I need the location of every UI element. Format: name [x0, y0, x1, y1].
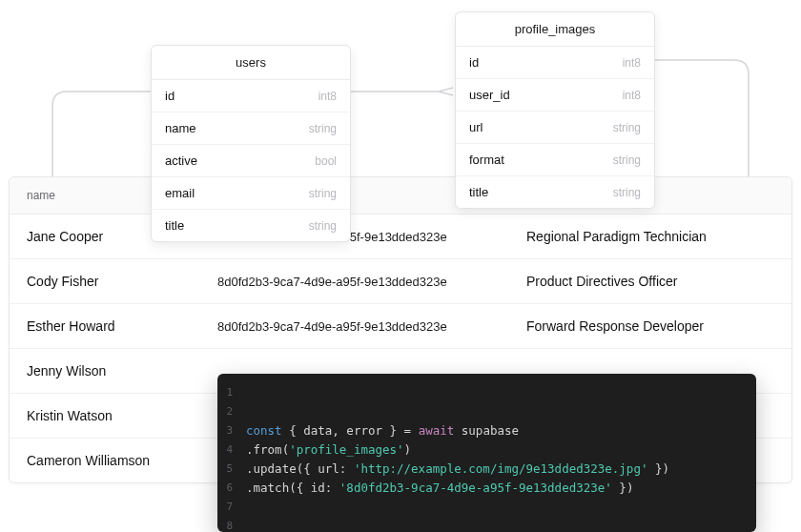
col-field: name	[165, 121, 196, 135]
cell-title: Regional Paradigm Technician	[526, 229, 774, 244]
cell-title: Forward Response Developer	[526, 318, 774, 334]
cell-name: Cody Fisher	[27, 274, 217, 289]
cell-name: Kristin Watson	[27, 408, 217, 423]
schema-col-row: url string	[456, 112, 654, 144]
col-type: int8	[623, 89, 641, 102]
code-snippet[interactable]: 1 2 3const { data, error } = await supab…	[217, 374, 756, 532]
schema-card-profile-images[interactable]: profile_images id int8 user_id int8 url …	[455, 11, 655, 209]
line-number: 5	[217, 460, 246, 479]
connector-users-to-profile	[351, 88, 453, 95]
cell-uuid: 8d0fd2b3-9ca7-4d9e-a95f-9e13dded323e	[217, 275, 526, 289]
col-field: format	[469, 153, 504, 167]
connector-users-to-table	[52, 92, 151, 181]
line-number: 4	[217, 440, 246, 460]
col-type: string	[613, 186, 641, 199]
col-field: title	[165, 218, 184, 233]
col-type: string	[613, 121, 641, 134]
line-number: 2	[217, 402, 246, 421]
cell-name: Jenny Wilson	[27, 363, 217, 379]
col-type: int8	[318, 90, 337, 103]
col-field: user_id	[469, 88, 510, 102]
code-text: .update({ url: 'http://example.com/img/9…	[246, 460, 669, 479]
schema-card-users[interactable]: users id int8 name string active bool em…	[151, 45, 351, 242]
line-number: 3	[217, 421, 246, 440]
col-type: string	[309, 122, 337, 135]
schema-col-row: id int8	[456, 47, 654, 79]
line-number: 7	[217, 498, 246, 517]
line-number: 1	[217, 383, 246, 402]
table-header-name: name	[10, 177, 791, 215]
code-text: const { data, error } = await supabase	[246, 421, 519, 440]
col-field: url	[469, 120, 483, 134]
table-row[interactable]: Esther Howard 8d0fd2b3-9ca7-4d9e-a95f-9e…	[10, 304, 791, 349]
code-text: .match({ id: '8d0fd2b3-9ca7-4d9e-a95f-9e…	[246, 479, 633, 498]
cell-uuid: 8d0fd2b3-9ca7-4d9e-a95f-9e13dded323e	[217, 319, 526, 334]
col-field: title	[469, 185, 488, 199]
cell-name: Cameron Williamson	[27, 453, 217, 468]
col-type: bool	[315, 154, 337, 168]
schema-col-row: user_id int8	[456, 79, 654, 112]
schema-col-row: format string	[456, 144, 654, 176]
schema-col-row: email string	[152, 177, 350, 210]
line-number: 8	[217, 517, 246, 532]
cell-title: Product Directives Officer	[526, 274, 774, 289]
col-field: email	[165, 186, 195, 200]
table-row[interactable]: Jane Cooper 8d0fd2b3-9ca7-4d9e-a95f-9e13…	[10, 215, 791, 259]
connector-profile-to-table	[655, 60, 749, 181]
schema-col-row: active bool	[152, 145, 350, 177]
table-row[interactable]: Cody Fisher 8d0fd2b3-9ca7-4d9e-a95f-9e13…	[10, 259, 791, 304]
col-field: id	[469, 55, 479, 70]
schema-card-title: users	[152, 46, 350, 80]
code-text: .from('profile_images')	[246, 440, 411, 460]
col-field: id	[165, 89, 175, 103]
col-type: string	[309, 187, 337, 200]
col-type: string	[613, 153, 641, 167]
cell-name: Esther Howard	[27, 318, 217, 334]
schema-col-row: id int8	[152, 80, 350, 113]
schema-col-row: title string	[152, 210, 350, 241]
schema-col-row: title string	[456, 176, 654, 208]
col-type: string	[309, 219, 337, 233]
schema-card-title: profile_images	[456, 12, 654, 47]
schema-col-row: name string	[152, 113, 350, 145]
col-type: int8	[623, 56, 641, 70]
line-number: 6	[217, 479, 246, 498]
col-field: active	[165, 153, 197, 168]
